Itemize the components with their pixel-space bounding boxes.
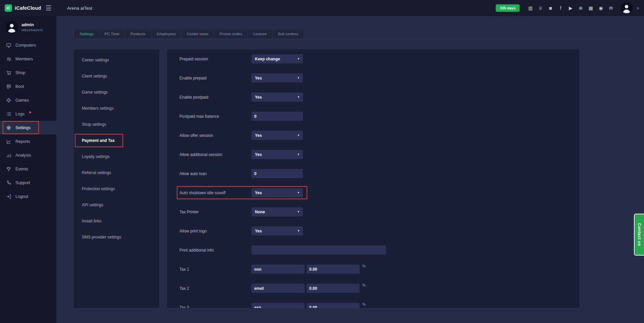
sidebar-item-label: Logs [15, 112, 24, 116]
settings-nav-members-settings[interactable]: Members settings [74, 100, 159, 116]
tab-products[interactable]: Products [125, 29, 151, 39]
license-days-badge[interactable]: 335 days [496, 4, 519, 12]
settings-nav-api-settings[interactable]: API settings [74, 197, 159, 213]
contact-us-label: Contact us [637, 223, 642, 246]
tab-pc-time[interactable]: PC Time [99, 29, 125, 39]
hamburger-menu-icon[interactable]: ☰ [46, 0, 52, 16]
sidebar-item-label: Support [15, 180, 30, 185]
sidebar-item-events[interactable]: Events [0, 162, 56, 176]
form-row-tax-1: Tax 1% [167, 260, 579, 279]
settings-nav-install-links[interactable]: Install links [74, 213, 159, 229]
tab-center-news[interactable]: Center news [181, 29, 214, 39]
allow-print-logo-select[interactable]: Yes▼ [252, 226, 303, 235]
form-row-postpaid-max-balance: Postpaid max balance [167, 107, 579, 126]
settings-nav-panel: Center settingsClient settingsGame setti… [74, 49, 159, 308]
contact-us-tab[interactable]: Contact us [634, 214, 644, 256]
logs-icon [6, 111, 11, 117]
settings-nav-center-settings[interactable]: Center settings [74, 52, 159, 68]
tax-printer-select[interactable]: None▼ [252, 207, 303, 216]
youtube-icon[interactable]: ▶ [568, 5, 574, 11]
settings-nav-loyalty-settings[interactable]: Loyalty settings [74, 149, 159, 165]
sidebar-item-computers[interactable]: Computers [0, 38, 56, 52]
allow-offer-session-select[interactable]: Yes▼ [252, 131, 303, 140]
postpaid-max-balance-input[interactable] [252, 112, 303, 121]
settings-nav-game-settings[interactable]: Game settings [74, 84, 159, 100]
tax-3-name-input[interactable] [252, 303, 305, 308]
tab-settings[interactable]: Settings [74, 29, 99, 39]
sidebar-avatar [5, 21, 18, 34]
sidebar-item-logs[interactable]: Logs [0, 107, 56, 121]
chevron-down-icon: ▼ [297, 229, 300, 232]
qr-icon[interactable]: ▦ [588, 5, 594, 11]
chevron-down-icon: ▼ [297, 96, 300, 99]
field-label: Auto shutdown idle sonoff [179, 191, 252, 195]
facebook-icon[interactable]: f [558, 5, 564, 11]
settings-nav-client-settings[interactable]: Client settings [74, 68, 159, 84]
handshake-icon[interactable]: ◉ [598, 5, 604, 11]
field-control: Yes▼ [252, 188, 303, 197]
logout-icon [6, 194, 11, 199]
sidebar-item-games[interactable]: Games [0, 93, 56, 107]
field-label: Allow additional session [179, 152, 252, 157]
field-label: Print additional info [179, 248, 252, 253]
sidebar-item-boot[interactable]: Boot [0, 79, 56, 93]
prepaid-session-select[interactable]: Keep change▼ [252, 54, 303, 63]
field-label: Postpaid max balance [179, 114, 252, 119]
discord-icon[interactable]: ◙ [548, 5, 553, 11]
sidebar-item-members[interactable]: Members [0, 52, 56, 66]
tab-sub-centers[interactable]: Sub centers [272, 29, 304, 39]
sidebar-user[interactable]: admin 005193482475 [0, 16, 56, 37]
settings-nav-referral-settings[interactable]: Referral settings [74, 165, 159, 181]
sidebar-item-shop[interactable]: Shop [0, 66, 56, 79]
tax-3-rate-input[interactable] [307, 303, 360, 308]
select-value: Yes [255, 133, 262, 138]
tax-2-rate-input[interactable] [307, 284, 360, 293]
brand-name: iCafeCloud [15, 5, 41, 11]
tab-license[interactable]: License [248, 29, 272, 39]
allow-additional-session-select[interactable]: Yes▼ [252, 150, 303, 159]
enable-prepaid-select[interactable]: Yes▼ [252, 73, 303, 83]
field-label: Allow offer session [179, 133, 252, 138]
settings-nav-shop-settings[interactable]: Shop settings [74, 116, 159, 132]
tax-1-name-input[interactable] [252, 265, 305, 274]
brand[interactable]: iC iCafeCloud [5, 0, 41, 16]
select-value: None [255, 210, 265, 214]
chevron-down-icon: ▼ [297, 153, 300, 156]
field-control: Yes▼ [252, 131, 303, 140]
form-row-print-additional-info: Print additional info [167, 240, 579, 260]
percent-label: % [362, 302, 366, 306]
percent-label: % [362, 283, 366, 287]
globe-icon[interactable]: ⊕ [578, 5, 584, 11]
field-control: Keep change▼ [252, 54, 303, 63]
tab-employees[interactable]: Employees [151, 29, 181, 39]
auto-shutdown-idle-sonoff-select[interactable]: Yes▼ [252, 188, 303, 197]
sidebar-item-support[interactable]: Support [0, 176, 56, 190]
field-label: Tax Printer [179, 210, 252, 214]
allow-auto-loan-input[interactable] [252, 169, 303, 178]
sidebar-item-reports[interactable]: Reports [0, 134, 56, 148]
mail-icon[interactable]: ✉ [608, 5, 614, 11]
sidebar-item-label: Reports [15, 139, 30, 144]
sidebar-item-settings[interactable]: Settings [0, 121, 56, 134]
chevron-down-icon[interactable]: ∨ [637, 6, 639, 10]
tax-2-name-input[interactable] [252, 284, 305, 293]
tab-promo-codes[interactable]: Promo codes [214, 29, 248, 39]
analysis-icon [6, 153, 11, 158]
settings-nav-payment-and-tax[interactable]: Payment and Tax [74, 132, 159, 149]
tax-1-rate-input[interactable] [307, 265, 360, 274]
tabs-bar: SettingsPC TimeProductsEmployeesCenter n… [74, 29, 631, 39]
sidebar-item-label: Games [15, 98, 29, 103]
settings-form-panel: Prepaid sessionKeep change▼Enable prepai… [167, 49, 579, 308]
enable-postpaid-select[interactable]: Yes▼ [252, 93, 303, 102]
user-avatar[interactable] [621, 2, 633, 14]
sidebar-item-logout[interactable]: Logout [0, 190, 56, 203]
trophy-icon[interactable]: ♕ [538, 5, 543, 11]
settings-nav-protection-settings[interactable]: Protection settings [74, 181, 159, 197]
select-value: Yes [255, 95, 262, 100]
form-row-allow-additional-session: Allow additional sessionYes▼ [167, 145, 579, 164]
form-row-allow-offer-session: Allow offer sessionYes▼ [167, 126, 579, 145]
sidebar-item-analysis[interactable]: Analysis [0, 148, 56, 162]
settings-nav-sms-provider-settings[interactable]: SMS provider settings [74, 229, 159, 245]
print-additional-info-input[interactable] [252, 246, 386, 255]
equalizer-icon[interactable]: ▥ [528, 5, 533, 11]
